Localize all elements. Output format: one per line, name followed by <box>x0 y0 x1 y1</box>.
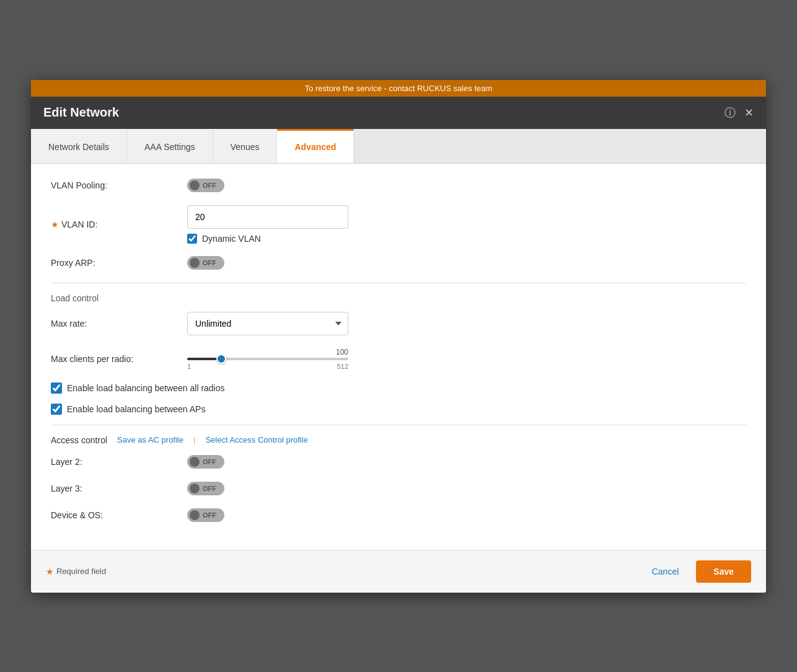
dynamic-vlan-row: Dynamic VLAN <box>187 234 746 244</box>
toggle-knob <box>190 510 200 520</box>
help-icon[interactable]: ⓘ <box>724 105 736 120</box>
max-clients-label: Max clients per radio: <box>51 354 187 364</box>
toggle-knob <box>190 484 200 493</box>
layer2-row: Layer 2: OFF <box>51 455 746 469</box>
layer3-control: OFF <box>187 482 746 496</box>
layer2-toggle[interactable]: OFF <box>187 455 224 469</box>
load-balance-radios-checkbox[interactable] <box>51 382 62 394</box>
max-rate-control: Unlimited 1 Mbps 2 Mbps 5 Mbps 10 Mbps <box>187 312 746 335</box>
modal-body: VLAN Pooling: OFF ★ VLAN ID: Dynamic VLA… <box>31 164 766 550</box>
close-icon[interactable]: ✕ <box>744 106 754 120</box>
divider-2 <box>51 425 746 425</box>
footer-buttons: Cancel Save <box>642 560 751 583</box>
max-clients-row: Max clients per radio: 100 1 512 <box>51 348 746 370</box>
save-as-ac-profile-link[interactable]: Save as AC profile <box>117 435 183 444</box>
toggle-knob <box>190 180 200 190</box>
tab-venues[interactable]: Venues <box>213 129 278 163</box>
vlan-id-label: ★ VLAN ID: <box>51 219 187 229</box>
load-balance-aps-checkbox[interactable] <box>51 404 62 415</box>
vlan-pooling-row: VLAN Pooling: OFF <box>51 179 746 193</box>
tab-aaa-settings[interactable]: AAA Settings <box>127 129 213 163</box>
save-button[interactable]: Save <box>696 560 751 583</box>
load-control-title: Load control <box>51 293 746 303</box>
layer3-label: Layer 3: <box>51 484 187 493</box>
tabs-bar: Network Details AAA Settings Venues Adva… <box>31 129 766 164</box>
required-star: ★ <box>51 219 59 229</box>
modal-footer: ★ Required field Cancel Save <box>31 550 766 593</box>
vlan-pooling-toggle[interactable]: OFF <box>187 179 224 192</box>
layer2-control: OFF <box>187 455 746 469</box>
device-os-control: OFF <box>187 508 746 523</box>
slider-min: 1 <box>187 363 191 370</box>
notification-text: To restore the service - contact RUCKUS … <box>305 84 493 93</box>
load-balance-aps-label: Enable load balancing between APs <box>67 404 205 414</box>
slider-max: 512 <box>337 363 348 370</box>
divider-1 <box>51 283 746 283</box>
vlan-id-row: ★ VLAN ID: Dynamic VLAN <box>51 205 746 244</box>
dynamic-vlan-checkbox[interactable] <box>187 234 197 244</box>
max-rate-row: Max rate: Unlimited 1 Mbps 2 Mbps 5 Mbps… <box>51 312 746 335</box>
tab-advanced[interactable]: Advanced <box>277 129 354 163</box>
edit-network-modal: To restore the service - contact RUCKUS … <box>31 80 766 593</box>
dynamic-vlan-label: Dynamic VLAN <box>202 234 261 244</box>
select-ac-profile-link[interactable]: Select Access Control profile <box>205 435 307 444</box>
max-rate-label: Max rate: <box>51 319 187 329</box>
load-balance-radios-row: Enable load balancing between all radios <box>51 382 746 394</box>
layer3-row: Layer 3: OFF <box>51 482 746 496</box>
required-note: ★ Required field <box>46 567 106 577</box>
access-control-header: Access control Save as AC profile | Sele… <box>51 435 746 445</box>
vlan-id-input[interactable] <box>187 205 348 229</box>
notification-bar: To restore the service - contact RUCKUS … <box>31 80 766 97</box>
proxy-arp-label: Proxy ARP: <box>51 258 187 268</box>
slider-container: 100 1 512 <box>187 348 348 370</box>
proxy-arp-control: OFF <box>187 256 746 270</box>
layer2-label: Layer 2: <box>51 457 187 467</box>
vlan-pooling-label: VLAN Pooling: <box>51 180 187 190</box>
load-balance-radios-label: Enable load balancing between all radios <box>67 383 225 393</box>
device-os-toggle[interactable]: OFF <box>187 508 224 522</box>
toggle-knob <box>190 457 200 467</box>
proxy-arp-toggle[interactable]: OFF <box>187 256 224 270</box>
header-icons: ⓘ ✕ <box>724 105 754 120</box>
slider-labels: 1 512 <box>187 363 348 370</box>
tab-spacer <box>354 129 766 163</box>
load-balance-aps-row: Enable load balancing between APs <box>51 404 746 415</box>
access-control-title: Access control <box>51 435 107 445</box>
tab-network-details[interactable]: Network Details <box>31 129 127 163</box>
max-rate-select[interactable]: Unlimited 1 Mbps 2 Mbps 5 Mbps 10 Mbps <box>187 312 348 335</box>
max-clients-slider[interactable] <box>187 358 348 360</box>
max-clients-control: 100 1 512 <box>187 348 746 370</box>
proxy-arp-row: Proxy ARP: OFF <box>51 256 746 270</box>
device-os-label: Device & OS: <box>51 510 187 520</box>
vlan-id-control: Dynamic VLAN <box>187 205 746 244</box>
ac-separator: | <box>193 435 195 444</box>
device-os-row: Device & OS: OFF <box>51 508 746 523</box>
modal-title: Edit Network <box>43 105 119 120</box>
modal-header: Edit Network ⓘ ✕ <box>31 97 766 129</box>
layer3-toggle[interactable]: OFF <box>187 482 224 495</box>
cancel-button[interactable]: Cancel <box>642 560 689 583</box>
required-star-footer: ★ <box>46 567 54 577</box>
vlan-pooling-control: OFF <box>187 179 746 193</box>
toggle-knob <box>190 258 200 268</box>
